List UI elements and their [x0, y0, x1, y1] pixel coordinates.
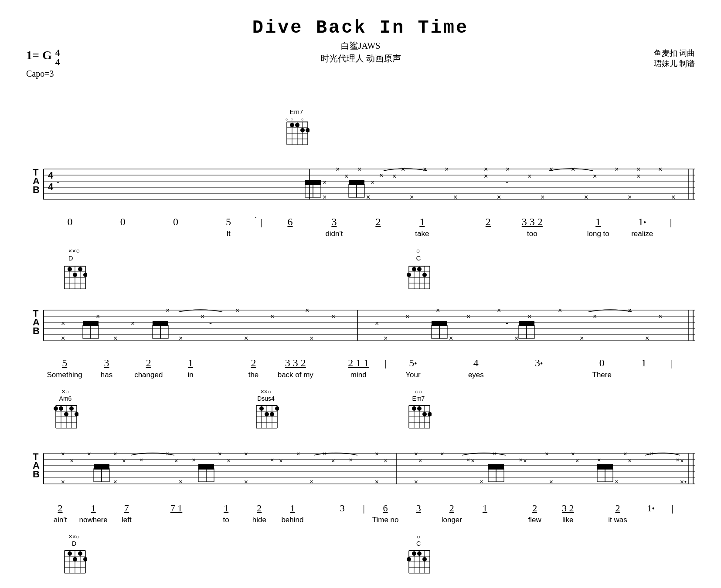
svg-text:×: × — [471, 457, 475, 464]
svg-rect-263 — [198, 464, 214, 470]
svg-text:×: × — [671, 193, 675, 201]
svg-text:-: - — [506, 178, 508, 186]
svg-text:×: × — [179, 478, 183, 485]
bar-line-2: | — [664, 216, 677, 228]
svg-text:×: × — [628, 457, 632, 464]
chord-c-bottom: ○C — [405, 533, 432, 575]
note-0-3: 0 — [149, 216, 202, 228]
svg-text:×: × — [527, 172, 531, 180]
svg-text:×: × — [344, 172, 348, 180]
svg-rect-265 — [496, 469, 504, 482]
svg-text:-: - — [506, 319, 508, 328]
svg-point-181 — [270, 412, 274, 416]
svg-rect-68 — [357, 184, 364, 197]
svg-point-168 — [75, 412, 78, 416]
note2-211: 2 1 1 — [337, 357, 379, 369]
lyric2-eyes: eyes — [455, 371, 497, 379]
lyrics-row-3: ain't nowhere left to hide behind Time n… — [26, 514, 695, 524]
lyric-realize: realize — [620, 230, 664, 238]
lyric2-the: the — [232, 371, 274, 379]
svg-point-16 — [306, 128, 309, 132]
svg-text:×: × — [270, 313, 274, 320]
notation-row-1: 0 0 0 5· | 6 3 2 1 2 3 3 2 1 1• | — [26, 213, 695, 228]
author-info: 鱼麦扣 词曲 珺妹儿 制谱 — [654, 48, 695, 69]
svg-text:×: × — [593, 172, 597, 180]
svg-rect-153 — [519, 321, 534, 326]
note2-3dot: 3• — [518, 357, 560, 369]
svg-point-164 — [54, 406, 58, 411]
chord-diagram-am6 — [52, 402, 78, 430]
note3-2b: 2 — [243, 503, 276, 514]
svg-text:×: × — [244, 478, 248, 485]
svg-rect-260 — [94, 464, 109, 470]
lyric3-time: Time no — [369, 516, 402, 524]
svg-text:×: × — [523, 457, 527, 464]
chord-name-dsus4: ××○Dsus4 — [257, 388, 275, 402]
svg-rect-143 — [91, 325, 99, 338]
key-info: 1= G 4 4 Capo=3 — [26, 48, 60, 79]
note2-4: 4 — [455, 357, 497, 369]
svg-text:×: × — [375, 320, 379, 327]
svg-text:×: × — [227, 457, 231, 464]
lyric2-changed: changed — [128, 371, 170, 379]
svg-point-295 — [412, 551, 416, 556]
note3-2d: 2 — [518, 503, 551, 514]
svg-text:×: × — [497, 307, 501, 314]
note2-5: 5 — [44, 357, 85, 369]
arranger: 珺妹儿 制谱 — [654, 58, 695, 69]
svg-point-95 — [417, 267, 422, 271]
svg-text:×: × — [366, 193, 370, 201]
note-1-dot: 1• — [620, 216, 664, 228]
svg-text:×: × — [305, 307, 309, 314]
svg-rect-264 — [488, 469, 496, 482]
svg-text:×: × — [623, 450, 627, 457]
chord-em7-2: ○○Em7 — [405, 388, 432, 430]
note3-332: 3 2 — [551, 503, 585, 514]
svg-point-14 — [295, 123, 299, 127]
svg-text:×: × — [615, 478, 619, 485]
note3-1dot: 1• — [634, 503, 667, 514]
svg-text:×: × — [384, 457, 388, 464]
svg-text:×: × — [636, 172, 640, 180]
note3-1: 1 — [77, 503, 110, 514]
lyric-didnt: didn't — [312, 230, 356, 238]
note-1-2: 1 — [576, 216, 620, 228]
bar2-line2: | — [665, 358, 677, 369]
note-3-1: 3 — [312, 216, 356, 228]
svg-text:×: × — [418, 457, 422, 464]
lyric3-longer: longer — [435, 516, 468, 524]
svg-text:×: × — [218, 450, 222, 457]
svg-point-81 — [73, 273, 77, 277]
svg-point-182 — [275, 406, 279, 411]
svg-rect-148 — [432, 325, 439, 338]
svg-rect-145 — [153, 325, 160, 338]
capo-info: Capo=3 — [26, 69, 60, 79]
svg-rect-152 — [527, 325, 534, 338]
svg-text:×: × — [179, 335, 183, 342]
svg-point-15 — [300, 128, 305, 132]
svg-text:○: ○ — [291, 117, 293, 122]
svg-text:×: × — [658, 313, 662, 320]
svg-point-82 — [78, 267, 82, 271]
svg-text:×: × — [349, 456, 353, 463]
svg-text:×: × — [384, 335, 388, 342]
svg-text:×: × — [375, 450, 379, 457]
lyric2-has: has — [85, 371, 127, 379]
album-name: 时光代理人 动画原声 — [26, 53, 695, 64]
svg-text:×: × — [453, 193, 457, 201]
note2-332: 3 3 2 — [275, 357, 316, 369]
note-2-1: 2 — [356, 216, 400, 228]
svg-point-283 — [78, 551, 82, 556]
svg-text:4: 4 — [48, 181, 54, 192]
svg-point-13 — [290, 123, 294, 127]
svg-point-195 — [422, 412, 427, 416]
bar2-line: | — [379, 358, 392, 369]
note3-2: 2 — [44, 503, 77, 514]
svg-text:×: × — [628, 193, 632, 201]
note2-2b: 2 — [232, 357, 274, 369]
svg-text:B: B — [33, 184, 40, 195]
svg-text:×: × — [192, 456, 196, 463]
lyric2-in: in — [170, 371, 211, 379]
lyric3-left: left — [110, 516, 143, 524]
svg-text:×: × — [392, 172, 396, 180]
